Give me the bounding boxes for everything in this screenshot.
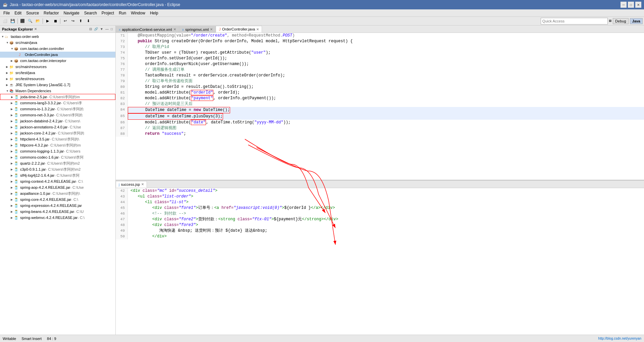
menu-file[interactable]: File (1, 10, 12, 16)
tab-ordercontroller[interactable]: J OrderController.java ✕ (216, 26, 262, 33)
view-menu-icon[interactable]: ▼ (99, 27, 104, 31)
tree-item-httpclient[interactable]: ▶ 🫙 httpclient-4.3.5.jar - C:\Users\李阿的\ (0, 136, 115, 142)
panel-close-icon[interactable]: ✕ (34, 27, 37, 31)
tab-successjsp-close[interactable]: ✕ (141, 182, 144, 186)
menu-window[interactable]: Window (129, 10, 147, 16)
line-num-76: 76 (116, 61, 128, 67)
tree-item-quartz[interactable]: ▶ 🫙 quartz-2.2.2.jar - C:\Users\李阿的\m2 (0, 160, 115, 166)
tree-item-jackson-annotations[interactable]: ▶ 🫙 jackson-annotations-2.4.0.jar - C:\U… (0, 124, 115, 130)
toolbar-btn-10[interactable]: ⬇ (85, 17, 92, 25)
status-link-text[interactable]: http://blog.csdn.net/yurenyan (598, 337, 641, 340)
line-num-46: 46 (116, 211, 128, 217)
tree-item-interceptor-pkg[interactable]: ▶ 📦 com.taotao.order.interceptor (0, 58, 115, 64)
tab-successjsp[interactable]: j success.jsp ✕ (116, 181, 147, 188)
code-line-50: 50 </div> (116, 234, 644, 239)
line-content-71: @RequestMapping(value="/order/create", m… (128, 33, 295, 39)
toolbar-sep-1 (17, 18, 18, 24)
menu-run[interactable]: Run (117, 10, 128, 16)
toolbar-icon-1: ⊞ (609, 18, 611, 23)
bottom-code-editor[interactable]: 42 <div class="mc" id="success_detail"> … (116, 188, 644, 335)
status-link[interactable]: http://blog.csdn.net/yurenyan (598, 337, 641, 340)
no-arrowE: ▶ (11, 168, 14, 171)
editor-bottom: j success.jsp ✕ 42 <div class="mc" id="s… (116, 181, 644, 335)
package-explorer-tree[interactable]: ▼ 🗂 taotao-order-web ▼ 📦 src/main/java ▼… (0, 33, 115, 335)
toolbar-btn-8[interactable]: ↪ (69, 17, 76, 25)
minimize-view-icon[interactable]: — (105, 27, 109, 31)
line-num-48: 48 (116, 222, 128, 228)
tree-item-springexpression[interactable]: ▶ 🫙 spring-expression-4.2.4.RELEASE.jar (0, 203, 115, 209)
menu-project[interactable]: Project (100, 10, 116, 16)
tree-item-controller-pkg[interactable]: ▼ 📦 com.taotao.order.controller (0, 46, 115, 52)
tree-item-commonsnet[interactable]: ▶ 🫙 commons-net-3.3.jar - C:\Users\李阿的 (0, 112, 115, 118)
tree-item-springwebmvc[interactable]: ▶ 🫙 spring-webmvc-4.2.4.RELEASE.jar - C:… (0, 215, 115, 221)
line-content-80: String orderId = result.getData().toStri… (128, 84, 254, 90)
quick-access-input[interactable] (541, 18, 608, 24)
tree-item-srcmainres[interactable]: ▶ 📁 src/main/resources (0, 64, 115, 70)
line-num-42: 42 (116, 188, 128, 194)
tree-item-httpcore[interactable]: ▶ 🫙 httpcore-4.3.2.jar - C:\Users\李阿的\m (0, 142, 115, 148)
debug-perspective-button[interactable]: Debug (613, 18, 628, 24)
tree-item-root[interactable]: ▼ 🗂 taotao-order-web (0, 34, 115, 40)
collapse-all-icon[interactable]: ⊟ (89, 27, 93, 31)
toolbar-btn-6[interactable]: ◼ (52, 17, 59, 25)
tree-item-jackson-core[interactable]: ▶ 🫙 jackson-core-2.4.2.jar - C:\Users\李阿… (0, 130, 115, 136)
tree-item-springcore[interactable]: ▶ 🫙 spring-core-4.2.4.RELEASE.jar - C:\ (0, 196, 115, 203)
tab-springmvc[interactable]: x springmvc.xml ✕ (179, 26, 216, 33)
menu-help[interactable]: Help (148, 10, 160, 16)
toolbar-btn-5[interactable]: ▶ (44, 17, 51, 25)
line-content-82: model.addAttribute("payment", orderInfo.… (128, 96, 276, 101)
top-code-editor[interactable]: 71 @RequestMapping(value="/order/create"… (116, 33, 644, 180)
tree-item-srctestres[interactable]: ▶ 📁 src/test/resources (0, 76, 115, 82)
maximize-button[interactable]: □ (628, 2, 634, 8)
tree-item-springaop[interactable]: ▶ 🫙 spring-aop-4.2.4.RELEASE.jar - C:\Us… (0, 184, 115, 190)
tree-item-jodatime[interactable]: ▶ 🫙 joda-time-2.5.jar - C:\Users\李阿的\m (0, 94, 115, 100)
tree-item-c3p0[interactable]: ▶ 🫙 c3p0-0.9.1.1.jar - C:\Users\李阿的\m2 (0, 166, 115, 172)
no-arrowF: ▶ (11, 174, 14, 177)
toolbar-btn-7[interactable]: ↩ (61, 17, 69, 25)
menu-edit[interactable]: Edit (12, 10, 23, 16)
tree-item-springbeans[interactable]: ▶ 🫙 spring-beans-4.2.4.RELEASE.jar - C:\… (0, 209, 115, 215)
tree-label-jacksonannotations-path: - C:\Use (67, 125, 81, 129)
toolbar-buttons: ⬜ 💾 ⬛ 🔍 📂 ▶ ◼ ↩ ↪ ⬆ ⬇ (1, 17, 92, 25)
tree-item-ordercontroller[interactable]: J OrderController.java (0, 52, 115, 58)
tree-item-slf4j[interactable]: ▶ 🫙 slf4j-log4j12-1.6.4.jar - C:\Users\李… (0, 172, 115, 178)
line-num-88: 88 (116, 131, 128, 137)
tree-item-jackson-databind[interactable]: ▶ 🫙 jackson-databind-2.4.2.jar - C:\User… (0, 118, 115, 124)
status-insert: Smart Insert (21, 337, 42, 341)
tree-item-jre[interactable]: ▶ ☕ JRE System Library [JavaSE-1.7] (0, 82, 115, 88)
link-with-editor-icon[interactable]: 🔗 (93, 27, 99, 31)
toolbar-btn-3[interactable]: 🔍 (26, 17, 34, 25)
maximize-view-icon[interactable]: □ (110, 27, 113, 31)
tree-item-springcontext[interactable]: ▶ 🫙 spring-context-4.2.4.RELEASE.jar - C… (0, 178, 115, 184)
tab-appcontext[interactable]: x applicationContext-service.xml ✕ (116, 26, 179, 33)
menu-source[interactable]: Source (24, 10, 41, 16)
tree-item-commonsio[interactable]: ▶ 🫙 commons-io-1.3.2.jar - C:\Users\李阿的 (0, 106, 115, 112)
toolbar-btn-4[interactable]: 📂 (34, 17, 42, 25)
tree-item-srcmainjava[interactable]: ▼ 📦 src/main/java (0, 40, 115, 46)
line-num-84: 84 (116, 107, 128, 113)
minimize-button[interactable]: ─ (621, 2, 627, 8)
toolbar-btn-2[interactable]: ⬛ (19, 17, 26, 25)
line-content-87: // 返回逻辑视图 (128, 125, 176, 131)
menu-refactor[interactable]: Refactor (42, 10, 61, 16)
tree-item-commonscodec[interactable]: ▶ 🫙 commons-codec-1.6.jar - C:\Users\李阿 (0, 154, 115, 160)
line-content-46: <!-- 到付款 --> (128, 211, 186, 217)
expand-arrow: ▼ (6, 41, 9, 44)
tab-springmvc-close[interactable]: ✕ (210, 27, 213, 31)
tab-ordercontroller-close[interactable]: ✕ (256, 27, 259, 31)
tree-item-commonslogging[interactable]: ▶ 🫙 commons-logging-1.1.3.jar - C:\Users (0, 148, 115, 154)
tab-appcontext-close[interactable]: ✕ (173, 27, 176, 31)
menu-search[interactable]: Search (82, 10, 99, 16)
close-button[interactable]: ✕ (635, 2, 641, 8)
toolbar-btn-9[interactable]: ⬆ (77, 17, 84, 25)
jar-icon4: 🫙 (14, 113, 19, 117)
menu-navigate[interactable]: Navigate (61, 10, 81, 16)
new-button[interactable]: ⬜ (1, 17, 9, 25)
tree-item-aopalliance[interactable]: ▶ 🫙 aopalliance-1.0.jar - C:\Users\李阿的\ (0, 190, 115, 196)
java-perspective-button[interactable]: Java (630, 18, 643, 24)
tree-item-srctestjava[interactable]: ▶ 📁 src/test/java (0, 70, 115, 76)
tree-label-slf4j: slf4j-log4j12-1.6.4.jar (20, 173, 54, 177)
toolbar-btn-1[interactable]: 💾 (9, 17, 16, 25)
tree-item-commonslang[interactable]: ▶ 🫙 commons-lang3-3.3.2.jar - C:\Users\李 (0, 100, 115, 106)
tree-item-maven[interactable]: ▼ 📚 Maven Dependencies (0, 88, 115, 94)
